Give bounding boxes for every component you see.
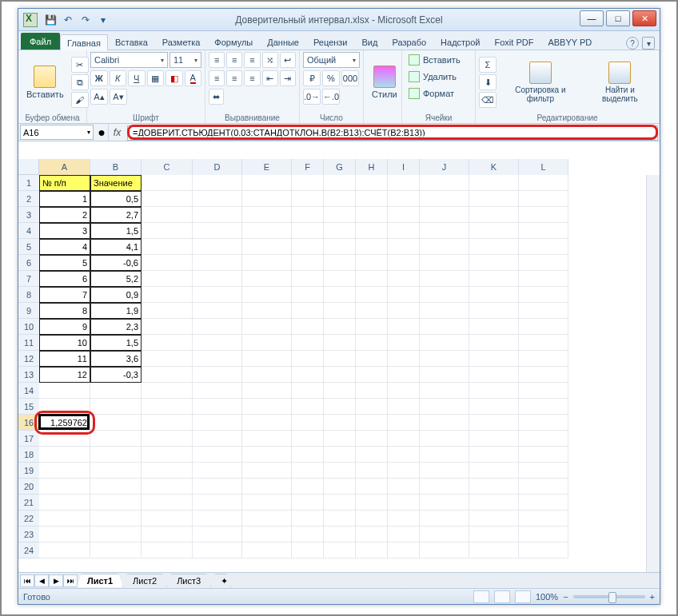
cell-K23[interactable] [469, 527, 519, 542]
cell-B19[interactable] [90, 463, 142, 479]
sheet-nav-first[interactable]: ⏮ [20, 574, 34, 587]
cell-K24[interactable] [469, 542, 519, 558]
cell-F11[interactable] [292, 335, 324, 351]
cell-E14[interactable] [242, 383, 292, 399]
cell-H15[interactable] [356, 399, 388, 415]
cell-E13[interactable] [242, 367, 292, 383]
cell-A3[interactable]: 2 [39, 207, 90, 223]
row-header-7[interactable]: 7 [18, 271, 39, 287]
cell-E11[interactable] [242, 335, 292, 351]
cell-H9[interactable] [356, 303, 388, 319]
row-header-20[interactable]: 20 [18, 479, 39, 495]
cell-D2[interactable] [193, 191, 242, 207]
cell-D24[interactable] [193, 542, 242, 558]
cell-C7[interactable] [142, 271, 193, 287]
cell-E20[interactable] [242, 479, 292, 495]
column-header-B[interactable]: B [90, 159, 142, 175]
view-pagebreak-button[interactable] [515, 590, 531, 603]
cell-I18[interactable] [388, 447, 420, 463]
cell-F15[interactable] [292, 399, 324, 415]
cell-G17[interactable] [324, 431, 356, 447]
cell-J5[interactable] [420, 239, 469, 255]
cell-H2[interactable] [356, 191, 388, 207]
cell-C15[interactable] [142, 399, 193, 415]
cell-G5[interactable] [324, 239, 356, 255]
tab-review[interactable]: Рецензи [306, 34, 355, 50]
cell-F7[interactable] [292, 271, 324, 287]
decrease-font-button[interactable]: A▾ [110, 89, 127, 105]
cell-F9[interactable] [292, 303, 324, 319]
row-header-6[interactable]: 6 [18, 255, 39, 271]
cell-B22[interactable] [90, 511, 142, 527]
column-header-E[interactable]: E [242, 159, 292, 175]
format-painter-icon[interactable]: 🖌 [71, 92, 89, 108]
cell-L24[interactable] [519, 542, 568, 558]
sheet-tab-1[interactable]: Лист1 [77, 574, 123, 587]
cell-C5[interactable] [142, 239, 193, 255]
cell-F13[interactable] [292, 367, 324, 383]
cell-A17[interactable] [39, 431, 90, 447]
cell-H12[interactable] [356, 351, 388, 367]
tab-developer[interactable]: Разрабо [385, 34, 433, 50]
help-icon[interactable]: ? [626, 37, 639, 50]
cell-B8[interactable]: 0,9 [90, 287, 142, 303]
cell-L15[interactable] [519, 399, 568, 415]
cell-H7[interactable] [356, 271, 388, 287]
currency-button[interactable]: ₽ [303, 70, 321, 86]
bold-button[interactable]: Ж [90, 70, 108, 86]
row-header-4[interactable]: 4 [18, 223, 39, 239]
cell-K1[interactable] [469, 175, 519, 191]
cell-I21[interactable] [388, 495, 420, 511]
cell-L14[interactable] [519, 383, 568, 399]
cell-H23[interactable] [356, 527, 388, 542]
cell-D9[interactable] [193, 303, 242, 319]
cell-J10[interactable] [420, 319, 469, 335]
cell-F14[interactable] [292, 383, 324, 399]
cell-B12[interactable]: 3,6 [90, 351, 142, 367]
comma-button[interactable]: 000 [341, 70, 359, 86]
cell-K19[interactable] [469, 463, 519, 479]
cell-I22[interactable] [388, 511, 420, 527]
cell-D17[interactable] [193, 431, 242, 447]
cell-D21[interactable] [193, 495, 242, 511]
cell-E4[interactable] [242, 223, 292, 239]
cell-I4[interactable] [388, 223, 420, 239]
cell-E16[interactable] [242, 415, 292, 431]
cell-L3[interactable] [519, 207, 568, 223]
vertical-scrollbar[interactable] [646, 175, 660, 572]
cell-F18[interactable] [292, 447, 324, 463]
cell-F6[interactable] [292, 255, 324, 271]
underline-button[interactable]: Ч [128, 70, 146, 86]
sheet-tab-new[interactable]: ✦ [210, 574, 231, 588]
cell-J9[interactable] [420, 303, 469, 319]
cell-I12[interactable] [388, 351, 420, 367]
name-box-arrow-icon[interactable]: ▾ [87, 129, 90, 136]
cell-J19[interactable] [420, 463, 469, 479]
cell-A12[interactable]: 11 [39, 351, 90, 367]
cell-A18[interactable] [39, 447, 90, 463]
cell-L4[interactable] [519, 223, 568, 239]
sheet-tab-3[interactable]: Лист3 [166, 574, 211, 587]
row-header-10[interactable]: 10 [18, 319, 39, 335]
row-header-11[interactable]: 11 [18, 335, 39, 351]
cell-C22[interactable] [142, 511, 193, 527]
cell-B7[interactable]: 5,2 [90, 271, 142, 287]
cell-A9[interactable]: 8 [39, 303, 90, 319]
cell-L1[interactable] [519, 175, 568, 191]
cell-A16-result[interactable]: 1,259762 [39, 415, 90, 431]
cell-A20[interactable] [39, 479, 90, 495]
align-right-button[interactable]: ≡ [244, 70, 260, 86]
row-header-17[interactable]: 17 [18, 431, 39, 447]
view-layout-button[interactable] [494, 590, 510, 603]
cell-L10[interactable] [519, 319, 568, 335]
cell-C20[interactable] [142, 479, 193, 495]
close-button[interactable]: ✕ [632, 10, 656, 26]
cell-C6[interactable] [142, 255, 193, 271]
cell-K16[interactable] [469, 415, 519, 431]
cell-D23[interactable] [193, 527, 242, 542]
cell-C12[interactable] [142, 351, 193, 367]
align-bottom-button[interactable]: ≡ [244, 52, 260, 68]
cell-J4[interactable] [420, 223, 469, 239]
cell-D22[interactable] [193, 511, 242, 527]
minimize-button[interactable]: — [580, 10, 604, 26]
